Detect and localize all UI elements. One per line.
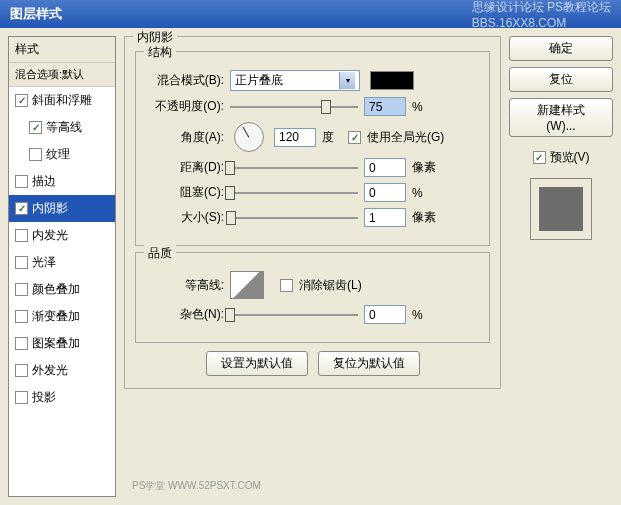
style-item-3[interactable]: 描边	[9, 168, 115, 195]
preview-label: 预览(V)	[550, 149, 590, 166]
style-item-10[interactable]: 外发光	[9, 357, 115, 384]
style-label: 渐变叠加	[32, 308, 80, 325]
titlebar: 图层样式 思缘设计论坛 PS教程论坛BBS.16XX8.COM	[0, 0, 621, 28]
style-item-8[interactable]: 渐变叠加	[9, 303, 115, 330]
style-checkbox[interactable]	[15, 202, 28, 215]
new-style-button[interactable]: 新建样式(W)...	[509, 98, 613, 137]
choke-slider[interactable]	[230, 184, 358, 202]
style-item-1[interactable]: 等高线	[9, 114, 115, 141]
footer-watermark: PS学堂 WWW.52PSXT.COM	[132, 479, 261, 493]
style-item-11[interactable]: 投影	[9, 384, 115, 411]
structure-title: 结构	[144, 44, 176, 61]
window-title: 图层样式	[10, 5, 62, 23]
blend-options-header[interactable]: 混合选项:默认	[9, 63, 115, 87]
watermark: 思缘设计论坛 PS教程论坛BBS.16XX8.COM	[472, 0, 611, 30]
blend-mode-label: 混合模式(B):	[146, 72, 224, 89]
noise-label: 杂色(N):	[146, 306, 224, 323]
preview-checkbox[interactable]	[533, 151, 546, 164]
style-item-2[interactable]: 纹理	[9, 141, 115, 168]
style-label: 纹理	[46, 146, 70, 163]
style-checkbox[interactable]	[29, 121, 42, 134]
blend-mode-select[interactable]: 正片叠底▾	[230, 70, 360, 91]
distance-slider[interactable]	[230, 159, 358, 177]
style-label: 图案叠加	[32, 335, 80, 352]
style-checkbox[interactable]	[15, 391, 28, 404]
antialias-label: 消除锯齿(L)	[299, 277, 362, 294]
set-default-button[interactable]: 设置为默认值	[206, 351, 308, 376]
style-item-5[interactable]: 内发光	[9, 222, 115, 249]
style-checkbox[interactable]	[15, 256, 28, 269]
distance-input[interactable]	[364, 158, 406, 177]
style-item-0[interactable]: 斜面和浮雕	[9, 87, 115, 114]
preview-thumbnail	[530, 178, 592, 240]
opacity-label: 不透明度(O):	[146, 98, 224, 115]
style-label: 外发光	[32, 362, 68, 379]
style-checkbox[interactable]	[15, 337, 28, 350]
ok-button[interactable]: 确定	[509, 36, 613, 61]
style-label: 内发光	[32, 227, 68, 244]
style-label: 内阴影	[32, 200, 68, 217]
style-label: 投影	[32, 389, 56, 406]
quality-title: 品质	[144, 245, 176, 262]
style-checkbox[interactable]	[15, 175, 28, 188]
style-label: 等高线	[46, 119, 82, 136]
style-checkbox[interactable]	[15, 283, 28, 296]
size-input[interactable]	[364, 208, 406, 227]
global-light-label: 使用全局光(G)	[367, 129, 444, 146]
contour-picker[interactable]	[230, 271, 264, 299]
style-item-6[interactable]: 光泽	[9, 249, 115, 276]
choke-label: 阻塞(C):	[146, 184, 224, 201]
styles-header[interactable]: 样式	[9, 37, 115, 63]
choke-input[interactable]	[364, 183, 406, 202]
style-item-4[interactable]: 内阴影	[9, 195, 115, 222]
opacity-slider[interactable]	[230, 98, 358, 116]
noise-input[interactable]	[364, 305, 406, 324]
style-checkbox[interactable]	[15, 310, 28, 323]
style-label: 光泽	[32, 254, 56, 271]
style-item-7[interactable]: 颜色叠加	[9, 276, 115, 303]
reset-default-button[interactable]: 复位为默认值	[318, 351, 420, 376]
settings-panel: 内阴影 结构 混合模式(B): 正片叠底▾ 不透明度(O): %	[124, 36, 501, 497]
angle-label: 角度(A):	[146, 129, 224, 146]
style-item-9[interactable]: 图案叠加	[9, 330, 115, 357]
distance-label: 距离(D):	[146, 159, 224, 176]
style-checkbox[interactable]	[15, 364, 28, 377]
style-checkbox[interactable]	[15, 229, 28, 242]
contour-label: 等高线:	[146, 277, 224, 294]
size-slider[interactable]	[230, 209, 358, 227]
opacity-input[interactable]	[364, 97, 406, 116]
style-checkbox[interactable]	[15, 94, 28, 107]
action-panel: 确定 复位 新建样式(W)... 预览(V)	[509, 36, 613, 497]
size-label: 大小(S):	[146, 209, 224, 226]
style-label: 颜色叠加	[32, 281, 80, 298]
color-swatch[interactable]	[370, 71, 414, 90]
styles-list: 样式 混合选项:默认 斜面和浮雕等高线纹理描边内阴影内发光光泽颜色叠加渐变叠加图…	[8, 36, 116, 497]
angle-dial[interactable]	[234, 122, 264, 152]
cancel-button[interactable]: 复位	[509, 67, 613, 92]
angle-input[interactable]	[274, 128, 316, 147]
global-light-checkbox[interactable]	[348, 131, 361, 144]
noise-slider[interactable]	[230, 306, 358, 324]
style-checkbox[interactable]	[29, 148, 42, 161]
antialias-checkbox[interactable]	[280, 279, 293, 292]
style-label: 斜面和浮雕	[32, 92, 92, 109]
style-label: 描边	[32, 173, 56, 190]
